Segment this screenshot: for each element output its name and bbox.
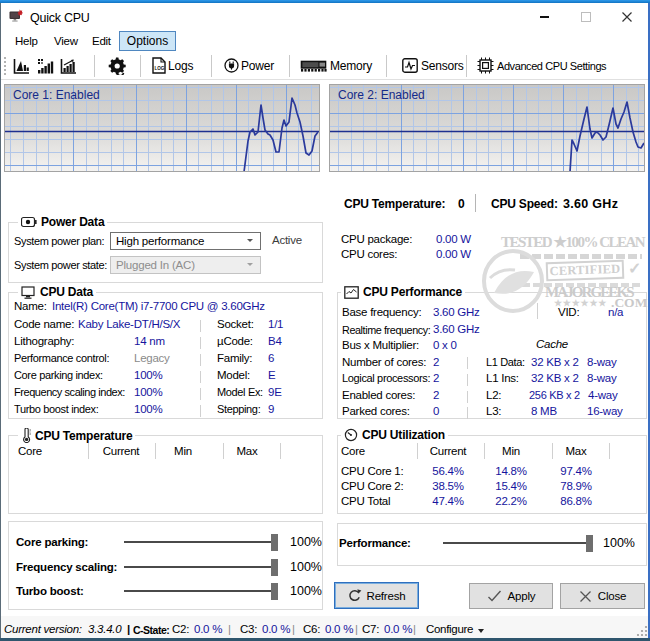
svg-text:Core 2: Enabled: Core 2: Enabled [338, 88, 425, 102]
svg-text:Core 1: Enabled: Core 1: Enabled [13, 88, 100, 102]
svg-text:LOG: LOG [154, 66, 164, 71]
